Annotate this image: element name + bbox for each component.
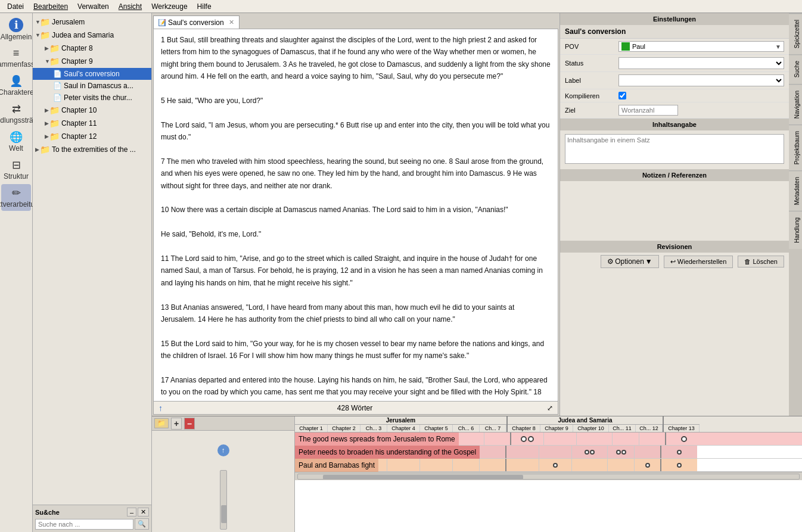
search-input[interactable] xyxy=(35,519,133,530)
nav-tree: ▼ 📁 Jerusalem ▼ 📁 Judea and Samaria ▶ 📁 … xyxy=(33,13,151,505)
sidebar-btn-allgemein[interactable]: ℹ Allgemein xyxy=(1,15,31,43)
search-close-btn[interactable]: ✕ xyxy=(138,508,149,517)
sidebar-btn-textverarbeitung[interactable]: ✏ Textverarbeitung xyxy=(1,184,31,211)
tab-label: Saul's conversion xyxy=(168,18,224,27)
compile-label: Kompilieren xyxy=(565,92,618,99)
right-tab-handlung[interactable]: Handlung xyxy=(789,211,802,249)
bottom-toolbar: 📁 + – xyxy=(152,416,294,431)
tree-label-extremities: To the extremities of the ... xyxy=(52,145,136,154)
optionen-chevron: ▼ xyxy=(645,257,652,266)
editor-text: 1 But Saul, still breathing threats and … xyxy=(161,34,551,401)
menu-ansicht[interactable]: Ansicht xyxy=(114,1,147,12)
target-input[interactable] xyxy=(618,105,678,116)
right-tab-metadaten[interactable]: Metadaten xyxy=(789,170,802,211)
timeline-ch8: Chapter 8 xyxy=(508,425,540,432)
scroll-up-btn[interactable]: ↑ xyxy=(158,403,163,413)
timeline-ch5: Chapter 5 xyxy=(420,425,453,432)
timeline-ch11: Ch... 11 xyxy=(609,425,636,432)
wiederherstellen-btn[interactable]: ↩ Wiederherstellen xyxy=(664,256,733,268)
timeline-add-scene-btn[interactable]: 📁 xyxy=(154,418,169,428)
timeline-row-label-1 xyxy=(295,433,300,445)
settings-doc-title: Saul's conversion xyxy=(565,27,626,36)
revisionen-section: Revisionen ⚙ Optionen ▼ ↩ Wiederherstell… xyxy=(560,241,789,270)
target-label: Ziel xyxy=(565,107,618,114)
tree-item-saul-dam[interactable]: 📄 Saul in Damascus a... xyxy=(33,80,151,92)
timeline-group-judea: Judea and Samaria Chapter 8 Chapter 9 Ch… xyxy=(508,416,664,432)
right-tab-spickzettel[interactable]: Spickzettel xyxy=(789,13,802,54)
timeline-ch7: Ch... 7 xyxy=(480,425,506,432)
right-tab-projektbaum[interactable]: Projektbaum xyxy=(789,125,802,170)
expand-icon[interactable]: ⤢ xyxy=(547,404,553,412)
timeline-remove-btn[interactable]: – xyxy=(184,418,195,430)
search-panel: Su&che – ✕ 🔍 xyxy=(33,505,151,532)
menu-verwalten[interactable]: Verwalten xyxy=(73,1,114,12)
optionen-icon: ⚙ xyxy=(607,257,614,266)
tree-item-ch12[interactable]: ▶ 📁 Chapter 12 xyxy=(33,130,151,143)
sidebar-btn-welt[interactable]: 🌐 Welt xyxy=(1,128,31,155)
compile-checkbox[interactable] xyxy=(618,92,626,99)
status-label: Status xyxy=(565,60,618,67)
right-tabs-container: Spickzettel Suche Navigation Projektbaum… xyxy=(789,13,802,416)
bottom-scroll-icon[interactable]: ↑ xyxy=(217,444,229,456)
einstellungen-section: Einstellungen Saul's conversion POV Paul… xyxy=(560,13,789,119)
status-select[interactable] xyxy=(618,57,784,69)
timeline-ch12: Ch... 12 xyxy=(636,425,663,432)
tab-close-btn[interactable]: ✕ xyxy=(229,18,234,26)
timeline-row-2: Peter needs to broaden his understanding… xyxy=(295,446,802,459)
tree-label-judea: Judea and Samaria xyxy=(52,31,114,39)
timeline-ch1: Chapter 1 xyxy=(295,425,328,432)
menu-werkzeuge[interactable]: Werkzeuge xyxy=(147,1,192,12)
sidebar-btn-struktur[interactable]: ⊟ Struktur xyxy=(1,156,31,183)
settings-panel: Einstellungen Saul's conversion POV Paul… xyxy=(559,13,789,416)
sidebar-label-allgemein: Allgemein xyxy=(1,33,32,41)
right-tab-suche[interactable]: Suche xyxy=(789,54,802,83)
sidebar-label-welt: Welt xyxy=(9,144,23,153)
menu-datei[interactable]: Datei xyxy=(2,1,29,12)
timeline-ch6: Ch... 6 xyxy=(453,425,480,432)
tree-item-extremities[interactable]: ▶ 📁 To the extremities of the ... xyxy=(33,143,151,156)
tree-item-ch9[interactable]: ▼ 📁 Chapter 9 xyxy=(33,55,151,68)
timeline-ch10: Chapter 10 xyxy=(573,425,609,432)
timeline-add-btn[interactable]: + xyxy=(171,418,182,430)
sidebar-btn-handlung[interactable]: ⇄ Handlungsstränge xyxy=(1,100,31,127)
tree-label-sauls-conv: Saul's conversion xyxy=(64,70,120,78)
search-submit-btn[interactable]: 🔍 xyxy=(135,518,149,530)
timeline-area: Jerusalem Chapter 1 Chapter 2 Ch... 3 Ch… xyxy=(295,416,802,532)
editor-footer: ↑ 428 Wörter ⤢ xyxy=(154,401,558,414)
tree-item-ch10[interactable]: ▶ 📁 Chapter 10 xyxy=(33,104,151,117)
tree-label-ch12: Chapter 12 xyxy=(61,132,97,141)
sidebar-btn-charaktere[interactable]: 👤 Charaktere xyxy=(1,72,31,99)
tree-item-jerusalem[interactable]: ▼ 📁 Jerusalem xyxy=(33,15,151,29)
optionen-btn[interactable]: ⚙ Optionen ▼ xyxy=(601,255,659,268)
menu-hilfe[interactable]: Hilfe xyxy=(192,1,216,12)
timeline-ch3: Ch... 3 xyxy=(360,425,387,432)
editor-content[interactable]: 1 But Saul, still breathing threats and … xyxy=(154,29,558,401)
tree-item-sauls-conv[interactable]: 📄 Saul's conversion xyxy=(33,68,151,80)
tab-sauls-conversion[interactable]: 📝 Saul's conversion ✕ xyxy=(153,15,240,29)
tree-item-ch11[interactable]: ▶ 📁 Chapter 11 xyxy=(33,117,151,130)
tree-label-ch8: Chapter 8 xyxy=(61,44,93,52)
label-select[interactable] xyxy=(618,74,784,86)
einstellungen-title: Einstellungen xyxy=(560,13,789,25)
sidebar-label-charaktere: Charaktere xyxy=(0,88,34,97)
menu-bearbeiten[interactable]: Bearbeiten xyxy=(29,1,73,12)
search-title: Su&che xyxy=(35,509,60,516)
timeline-ch13: Chapter 13 xyxy=(664,425,700,432)
search-minimize-btn[interactable]: – xyxy=(127,508,136,517)
tree-item-peter-vis[interactable]: 📄 Peter visits the chur... xyxy=(33,92,151,104)
timeline-row-1 xyxy=(295,433,802,446)
tree-item-ch8[interactable]: ▶ 📁 Chapter 8 xyxy=(33,42,151,55)
right-tab-navigation[interactable]: Navigation xyxy=(789,84,802,125)
summary-textarea[interactable] xyxy=(565,134,784,164)
menubar: Datei Bearbeiten Verwalten Ansicht Werkz… xyxy=(0,0,802,13)
tree-label-ch11: Chapter 11 xyxy=(61,119,97,127)
tree-item-judea[interactable]: ▼ 📁 Judea and Samaria xyxy=(33,29,151,42)
inhaltsangabe-title: Inhaltsangabe xyxy=(560,119,789,130)
tree-label-ch9: Chapter 9 xyxy=(61,57,93,66)
sidebar-btn-zusammenfassung[interactable]: ≡ Zusammenfassung xyxy=(1,45,31,71)
nav-panel: ▼ 📁 Jerusalem ▼ 📁 Judea and Samaria ▶ 📁 … xyxy=(33,13,152,532)
tree-label-peter-vis: Peter visits the chur... xyxy=(64,94,132,102)
loschen-btn[interactable]: 🗑 Löschen xyxy=(738,256,784,267)
pov-color-dot xyxy=(621,42,630,51)
timeline-ch4: Chapter 4 xyxy=(387,425,420,432)
